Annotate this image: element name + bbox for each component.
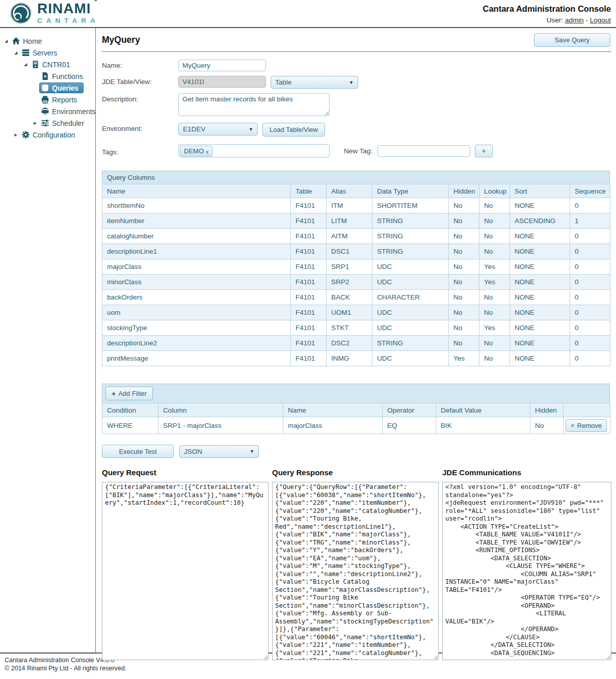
sidebar-item-label: CNTR01 (42, 61, 70, 69)
load-table-view-button[interactable]: Load Table/View (262, 123, 325, 137)
cell: itemNumber (102, 213, 291, 229)
environment-select[interactable]: E1DEV ▼ (178, 123, 258, 135)
tags-container[interactable]: DEMO x (178, 144, 330, 157)
cell: catalogNumber (102, 229, 291, 244)
add-tag-button[interactable]: + (475, 145, 493, 157)
add-filter-button[interactable]: + Add Filter (105, 387, 153, 400)
dropdown-arrow-icon: ▼ (349, 80, 354, 85)
cell: 0 (570, 259, 610, 275)
query-column-row[interactable]: shortItemNoF4101ITMSHORTITEMNoNoNONE0 (102, 198, 610, 213)
configuration-icon (21, 130, 30, 139)
execute-test-button[interactable]: Execute Test (102, 445, 174, 458)
cell: 0 (570, 198, 610, 213)
filter-header (564, 403, 610, 417)
sidebar-item-configuration[interactable]: ▸Configuration (0, 129, 95, 141)
expander-open-icon[interactable]: ◢ (12, 50, 20, 55)
cell: 0 (570, 244, 610, 259)
sidebar-item-scheduler[interactable]: ▸Scheduler (0, 117, 95, 129)
remove-filter-button[interactable]: × Remove (566, 419, 607, 432)
sidebar-item-environments[interactable]: Environments (0, 105, 95, 117)
sidebar-item-label: Servers (33, 49, 57, 57)
query-column-row[interactable]: uomF4101UOM1UDCNoNoNONE0 (102, 305, 610, 320)
query-response-textarea[interactable]: {"Query":{"QueryRow":[{"Parameter":[{"va… (272, 482, 439, 660)
dropdown-arrow-icon: ▼ (250, 449, 254, 454)
cell: SHORTITEM (372, 198, 449, 213)
description-textarea[interactable]: Get item master records for all bikes (178, 93, 330, 116)
query-column-row[interactable]: descriptionLine2F4101DSC2STRINGNoNoNONE0 (102, 336, 610, 351)
cell: STRING (372, 244, 449, 259)
column-header: Alias (327, 184, 372, 198)
query-column-row[interactable]: majorClassF4101SRP1UDCNoYesNONE0 (102, 259, 610, 275)
sidebar-item-functions[interactable]: Functions (0, 70, 95, 82)
cell: No (479, 336, 510, 351)
user-link[interactable]: admin (565, 16, 584, 24)
cell: NONE (510, 336, 570, 351)
tag-close-icon[interactable]: x (206, 149, 208, 155)
cell: F4101 (291, 351, 327, 366)
cell: NONE (510, 305, 570, 320)
query-request-textarea[interactable]: {"CriteriaParameter":[{"CriteriaLiteral"… (102, 482, 269, 660)
save-query-button[interactable]: Save Query (534, 33, 610, 47)
logo: RINAMI CANTARA (9, 2, 99, 25)
query-response-title: Query Response (272, 468, 439, 477)
cell: NONE (510, 229, 570, 244)
cell: No (449, 213, 479, 229)
user-separator: - (585, 16, 588, 24)
column-header: Table (291, 184, 327, 198)
query-column-row[interactable]: descriptionLine1F4101DSC1STRINGNoNoNONE0 (102, 244, 610, 259)
cell: 0 (570, 305, 610, 320)
server-icon (31, 60, 40, 69)
cell: LITM (327, 213, 372, 229)
cell: NONE (510, 244, 570, 259)
expander-open-icon[interactable]: ◢ (2, 39, 10, 43)
cell: No (479, 213, 510, 229)
sidebar-item-servers[interactable]: ◢Servers (0, 47, 95, 59)
expander-open-icon[interactable]: ◢ (21, 62, 30, 67)
cell: backOrders (102, 290, 291, 305)
query-column-row[interactable]: printMessageF4101INMGUDCYesNoNONE0 (102, 351, 610, 366)
query-column-row[interactable]: stockingTypeF4101STKTUDCNoYesNONE0 (102, 320, 610, 336)
logo-primary-text: RINAMI (37, 2, 99, 16)
query-column-row[interactable]: minorClassF4101SRP2UDCNoYesNONE0 (102, 275, 610, 290)
sidebar-item-home[interactable]: ◢Home (0, 35, 95, 47)
query-column-row[interactable]: catalogNumberF4101AITMSTRINGNoNoNONE0 (102, 229, 610, 244)
new-tag-input[interactable] (378, 145, 470, 157)
query-column-row[interactable]: itemNumberF4101LITMSTRINGNoNoASCENDING1 (102, 213, 610, 229)
expander-closed-icon[interactable]: ▸ (31, 120, 39, 126)
cell: No (479, 290, 510, 305)
cell: Yes (479, 275, 510, 290)
cell: BACK (327, 290, 372, 305)
jde-communications-textarea[interactable]: <?xml version="1.0" encoding="UTF-8" sta… (442, 482, 611, 660)
table-type-select[interactable]: Table ▼ (271, 76, 358, 89)
cell: F4101 (291, 305, 327, 320)
format-select[interactable]: JSON ▼ (179, 445, 259, 458)
sidebar-item-cntr01[interactable]: ◢CNTR01 (0, 59, 95, 70)
cell: SRP1 (327, 259, 372, 275)
name-input[interactable] (178, 60, 266, 71)
sidebar-item-label: Environments (52, 107, 96, 116)
cell: Yes (479, 259, 510, 275)
logout-link[interactable]: Logout (590, 16, 611, 24)
cell: No (449, 275, 479, 290)
query-column-row[interactable]: backOrdersF4101BACKCHARACTERNoNoNONE0 (102, 290, 610, 305)
cell: No (449, 305, 479, 320)
cell: NONE (510, 290, 570, 305)
cell: NONE (510, 198, 570, 213)
sidebar-item-queries[interactable]: Queries (0, 82, 95, 94)
expander-closed-icon[interactable]: ▸ (12, 131, 20, 138)
tags-label: Tags: (102, 146, 178, 156)
tag-chip[interactable]: DEMO x (180, 146, 212, 156)
cell: INMG (327, 351, 372, 366)
cell: No (449, 198, 479, 213)
cell: F4101 (291, 213, 327, 229)
filter-toolbar: + Add Filter (102, 384, 610, 403)
cell: NONE (510, 259, 570, 275)
filter-row[interactable]: WHERE SRP1 - majorClass majorClass EQ BI… (102, 417, 610, 434)
filter-header: Default Value (436, 403, 530, 417)
cell: descriptionLine2 (102, 336, 291, 351)
sidebar-item-reports[interactable]: Reports (0, 94, 95, 105)
cell: uom (102, 305, 291, 320)
format-value: JSON (184, 448, 202, 455)
app-header: RINAMI CANTARA Cantara Administration Co… (0, 0, 616, 28)
servers-icon (21, 48, 30, 57)
